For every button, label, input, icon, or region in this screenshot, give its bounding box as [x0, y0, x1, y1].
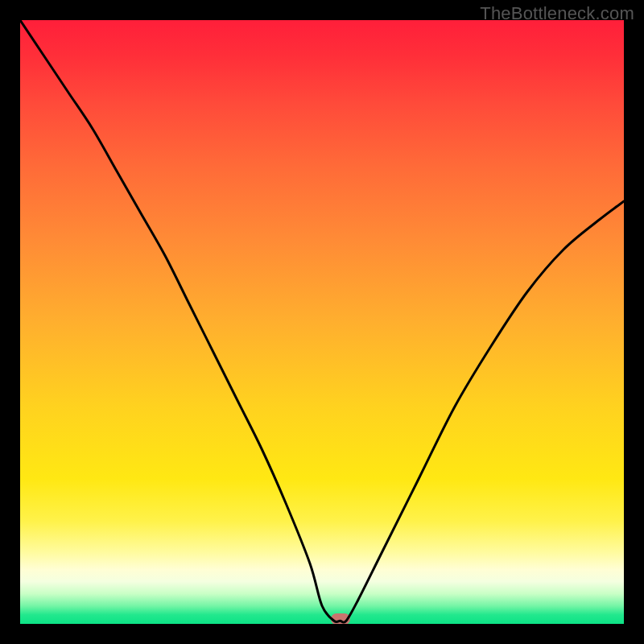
curve-path — [20, 20, 624, 622]
watermark-text: TheBottleneck.com — [480, 3, 634, 24]
chart-frame: TheBottleneck.com — [0, 0, 644, 644]
bottleneck-curve — [20, 20, 624, 624]
plot-area — [20, 20, 624, 624]
